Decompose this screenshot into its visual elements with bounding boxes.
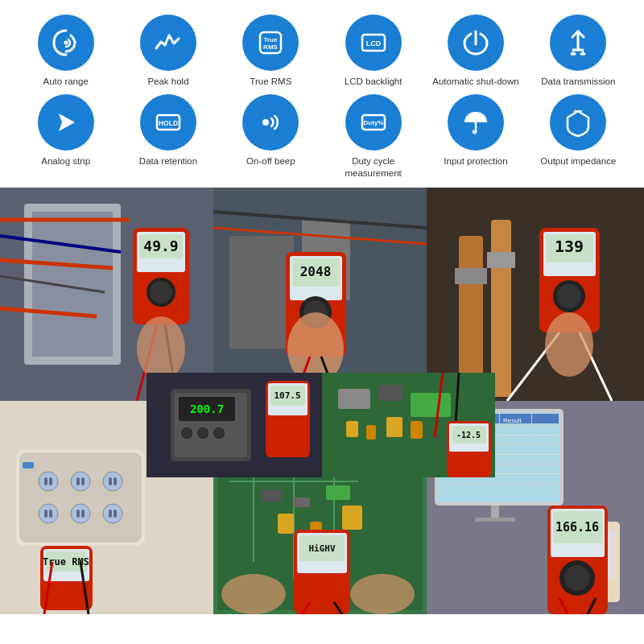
svg-rect-163 <box>338 389 370 409</box>
auto-range-label: Auto range <box>43 76 89 88</box>
photo-pipe-measurement: 139 <box>427 188 644 401</box>
svg-rect-168 <box>386 417 402 437</box>
svg-text:139: 139 <box>555 237 584 256</box>
svg-rect-132 <box>499 414 500 502</box>
auto-shutdown-icon <box>448 14 504 71</box>
peak-hold-label: Peak hold <box>147 76 188 88</box>
svg-rect-58 <box>455 268 487 284</box>
svg-rect-84 <box>44 510 47 518</box>
features-section: Auto range Peak hold True RMS True RMS <box>0 0 644 188</box>
svg-rect-106 <box>294 497 310 507</box>
svg-rect-85 <box>49 510 52 518</box>
svg-point-154 <box>180 427 193 440</box>
feature-auto-shutdown: Automatic shut-down <box>426 14 525 88</box>
svg-point-74 <box>103 472 122 491</box>
svg-point-156 <box>213 427 225 440</box>
photo-pipe-measurement-svg: 139 <box>427 188 644 401</box>
svg-point-155 <box>196 427 209 440</box>
svg-point-82 <box>71 504 90 523</box>
output-impedance-label: Output impedance <box>540 155 616 167</box>
svg-rect-24 <box>32 212 113 357</box>
features-grid: Auto range Peak hold True RMS True RMS <box>16 14 628 180</box>
data-transmission-icon <box>550 14 606 71</box>
svg-rect-137 <box>491 506 499 518</box>
svg-rect-77 <box>76 477 80 485</box>
svg-point-18 <box>262 119 269 126</box>
data-retention-label: Data retention <box>139 155 197 167</box>
analog-strip-label: Analog strip <box>41 155 90 167</box>
svg-text:Duty%: Duty% <box>363 119 383 126</box>
svg-text:Result: Result <box>503 417 522 424</box>
data-transmission-label: Data transmission <box>541 76 615 88</box>
svg-point-0 <box>64 41 68 45</box>
svg-point-65 <box>557 284 581 308</box>
svg-rect-169 <box>411 421 423 439</box>
svg-rect-78 <box>81 477 85 485</box>
svg-rect-71 <box>20 453 141 542</box>
svg-point-72 <box>39 472 58 491</box>
svg-point-83 <box>103 504 122 523</box>
lcd-backlight-label: LCD backlight <box>345 76 402 88</box>
svg-rect-110 <box>342 506 362 530</box>
svg-rect-86 <box>76 510 80 518</box>
duty-cycle-icon: Duty% <box>345 94 402 151</box>
true-rms-label: True RMS <box>250 76 291 88</box>
svg-rect-59 <box>487 252 515 268</box>
feature-lcd-backlight: LCD LCD backlight <box>324 14 423 88</box>
svg-rect-138 <box>475 518 515 522</box>
svg-rect-76 <box>49 477 52 485</box>
input-protection-label: Input protection <box>444 155 507 167</box>
feature-data-retention: HOLD Data retention <box>118 94 217 180</box>
photo-electrical-panel: 49.9 <box>0 188 213 401</box>
photo-pcb-small: -12.5 <box>322 373 495 477</box>
svg-rect-133 <box>531 414 532 502</box>
analog-strip-icon <box>38 94 94 151</box>
svg-marker-15 <box>59 114 75 131</box>
svg-rect-41 <box>229 236 294 349</box>
svg-point-35 <box>150 281 172 303</box>
svg-text:HOLD: HOLD <box>159 119 178 127</box>
svg-rect-75 <box>44 477 47 485</box>
svg-point-117 <box>221 574 286 614</box>
input-protection-icon <box>448 94 504 151</box>
svg-rect-89 <box>114 510 117 518</box>
svg-point-118 <box>350 574 415 614</box>
svg-rect-108 <box>278 514 294 534</box>
lcd-backlight-icon: LCD <box>345 14 402 71</box>
feature-output-impedance: Output impedance <box>529 94 628 180</box>
data-retention-icon: HOLD <box>140 94 196 151</box>
feature-input-protection: Input protection <box>426 94 525 180</box>
photos-section: 49.9 2048 <box>0 188 644 614</box>
output-impedance-icon <box>550 94 606 151</box>
svg-text:RMS: RMS <box>263 43 278 51</box>
svg-text:49.9: 49.9 <box>143 237 178 254</box>
svg-rect-79 <box>109 477 112 485</box>
svg-point-38 <box>137 316 185 381</box>
svg-rect-90 <box>23 462 34 469</box>
svg-rect-166 <box>346 421 358 437</box>
svg-text:HiGHV: HiGHV <box>308 543 335 554</box>
svg-point-146 <box>564 565 590 591</box>
svg-text:200.7: 200.7 <box>190 402 224 415</box>
feature-auto-range: Auto range <box>16 14 115 88</box>
on-off-beep-label: On-off beep <box>246 155 295 167</box>
svg-rect-167 <box>366 425 376 440</box>
photo-electrical-panel-svg: 49.9 <box>0 188 213 401</box>
svg-rect-80 <box>114 477 117 485</box>
true-rms-icon: True RMS <box>242 14 299 71</box>
feature-on-off-beep: On-off beep <box>221 94 320 180</box>
svg-rect-165 <box>411 393 451 417</box>
svg-rect-88 <box>109 510 112 518</box>
photo-large-measurement-svg: 2048 <box>213 188 427 401</box>
svg-point-81 <box>39 504 58 523</box>
svg-text:True: True <box>264 36 278 43</box>
feature-analog-strip: Analog strip <box>16 94 115 180</box>
svg-text:107.5: 107.5 <box>274 390 300 401</box>
svg-rect-57 <box>491 220 511 397</box>
svg-text:LCD: LCD <box>365 39 381 47</box>
photo-large-measurement: 2048 <box>213 188 427 401</box>
feature-peak-hold: Peak hold <box>118 14 217 88</box>
feature-true-rms: True RMS True RMS <box>221 14 320 88</box>
feature-duty-cycle: Duty% Duty cycle measurement <box>324 94 423 180</box>
feature-data-transmission: Data transmission <box>529 14 628 88</box>
